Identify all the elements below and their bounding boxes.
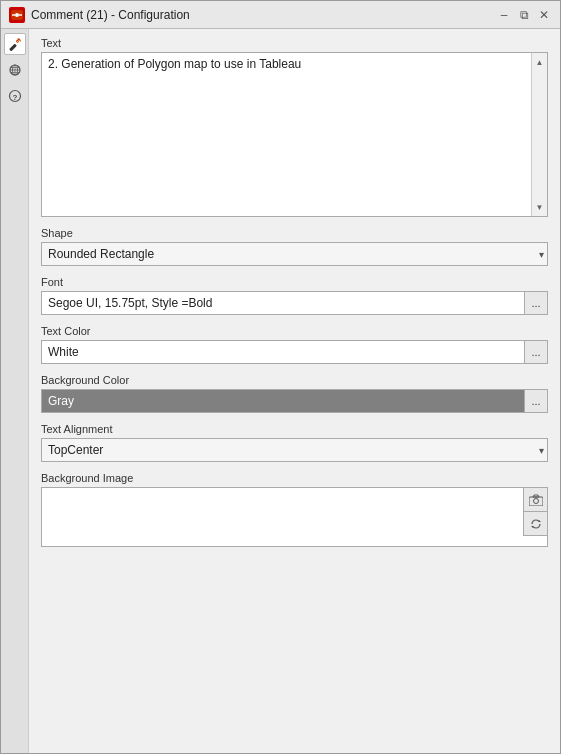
content-area: Text 2. Generation of Polygon map to use…	[29, 29, 560, 753]
sidebar-item-wrench[interactable]	[4, 33, 26, 55]
sidebar: ?	[1, 29, 29, 753]
scrollbar[interactable]: ▲ ▼	[531, 53, 547, 216]
title-bar: Comment (21) - Configuration – ⧉ ✕	[1, 1, 560, 29]
text-alignment-field-group: Text Alignment TopCenter TopLeft TopRigh…	[41, 423, 548, 462]
background-color-field-group: Background Color ...	[41, 374, 548, 413]
font-input-group: ...	[41, 291, 548, 315]
svg-point-15	[533, 498, 538, 503]
background-image-label: Background Image	[41, 472, 548, 484]
background-color-input[interactable]	[41, 389, 524, 413]
text-color-input[interactable]	[41, 340, 524, 364]
svg-marker-17	[531, 526, 533, 528]
sidebar-item-help[interactable]: ?	[4, 85, 26, 107]
window-icon	[9, 7, 25, 23]
font-field-group: Font ...	[41, 276, 548, 315]
text-color-ellipsis-button[interactable]: ...	[524, 340, 548, 364]
background-image-browse-button[interactable]	[523, 488, 547, 512]
font-input[interactable]	[41, 291, 524, 315]
background-image-field-group: Background Image	[41, 472, 548, 547]
scroll-up-arrow[interactable]: ▲	[533, 55, 547, 69]
background-color-input-group: ...	[41, 389, 548, 413]
window-title: Comment (21) - Configuration	[31, 8, 190, 22]
scroll-down-arrow[interactable]: ▼	[533, 200, 547, 214]
background-color-ellipsis-button[interactable]: ...	[524, 389, 548, 413]
shape-field-group: Shape Rounded Rectangle Rectangle Ellips…	[41, 227, 548, 266]
text-color-label: Text Color	[41, 325, 548, 337]
main-area: ? Text 2. Generation of Polygon map to u…	[1, 29, 560, 753]
close-button[interactable]: ✕	[536, 7, 552, 23]
shape-label: Shape	[41, 227, 548, 239]
pin-button[interactable]: –	[496, 7, 512, 23]
text-alignment-select[interactable]: TopCenter TopLeft TopRight MiddleCenter …	[41, 438, 548, 462]
svg-marker-16	[539, 520, 541, 522]
text-label: Text	[41, 37, 548, 49]
svg-point-1	[15, 13, 19, 17]
font-ellipsis-button[interactable]: ...	[524, 291, 548, 315]
text-textarea[interactable]: 2. Generation of Polygon map to use in T…	[42, 53, 531, 213]
font-label: Font	[41, 276, 548, 288]
background-image-area	[41, 487, 548, 547]
text-alignment-select-wrapper: TopCenter TopLeft TopRight MiddleCenter …	[41, 438, 548, 462]
text-textarea-wrapper: 2. Generation of Polygon map to use in T…	[41, 52, 548, 217]
title-bar-left: Comment (21) - Configuration	[9, 7, 190, 23]
title-bar-controls: – ⧉ ✕	[496, 7, 552, 23]
svg-text:?: ?	[12, 93, 17, 102]
background-color-label: Background Color	[41, 374, 548, 386]
text-color-field-group: Text Color ...	[41, 325, 548, 364]
sidebar-item-globe[interactable]	[4, 59, 26, 81]
shape-select[interactable]: Rounded Rectangle Rectangle Ellipse Diam…	[41, 242, 548, 266]
background-image-reset-button[interactable]	[523, 512, 547, 536]
text-color-input-group: ...	[41, 340, 548, 364]
svg-rect-4	[9, 44, 17, 51]
configuration-window: Comment (21) - Configuration – ⧉ ✕	[0, 0, 561, 754]
text-field-group: Text 2. Generation of Polygon map to use…	[41, 37, 548, 217]
dock-button[interactable]: ⧉	[516, 7, 532, 23]
shape-select-wrapper: Rounded Rectangle Rectangle Ellipse Diam…	[41, 242, 548, 266]
text-alignment-label: Text Alignment	[41, 423, 548, 435]
